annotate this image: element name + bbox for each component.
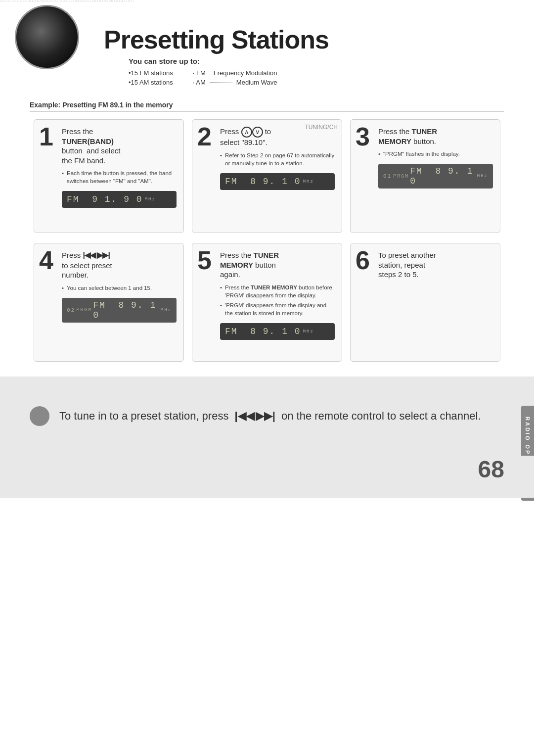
step-4-content: Press |◀◀ ▶▶| to select preset number. Y… xyxy=(62,250,177,323)
step-5-box: 5 Press the TUNERMEMORY button again. Pr… xyxy=(192,243,342,362)
step-5-display-wrapper: FM 8 9. 1 0 MHz xyxy=(220,323,335,340)
step-3-note: "PRGM" flashes in the display. xyxy=(378,150,493,158)
step-5-note: Press the TUNER MEMORY button before 'PR… xyxy=(220,284,335,299)
step-4-number: 4 xyxy=(39,247,53,273)
step-2-content: Press ∧∨ to select "89.10". Refer to Ste… xyxy=(220,127,335,190)
step-2-top-label: TUNING/CH xyxy=(305,124,338,131)
note-text-before: To tune in to a preset station, press xyxy=(59,410,228,422)
bullet-list: •15 FM stations •15 AM stations · FM Fre… xyxy=(129,69,504,86)
skip-next-icon: ▶▶| xyxy=(256,409,275,424)
step-4-display-wrapper: 02 PRGM FM 8 9. 1 0 MHz xyxy=(62,298,177,323)
step-4-box: 4 Press |◀◀ ▶▶| to select preset number.… xyxy=(34,243,184,362)
step-3-display-wrapper: 01 PRGM FM 8 9. 1 0 MHz xyxy=(378,164,493,189)
step-5-number: 5 xyxy=(197,247,212,273)
step-1-display: FM 9 1. 9 0 MHz xyxy=(62,191,177,208)
step-6-title: To preset another station, repeat steps … xyxy=(378,250,493,280)
note-bubble-icon xyxy=(30,406,49,426)
page-number-area: 68 xyxy=(0,456,534,498)
step-2-number: 2 xyxy=(197,124,212,149)
step-1-box: 1 Press the TUNER(BAND) button and selec… xyxy=(34,119,184,233)
dots-line-am xyxy=(210,82,232,83)
step-2-note: Refer to Step 2 on page 67 to automatica… xyxy=(220,151,335,167)
step-5-title: Press the TUNERMEMORY button again. xyxy=(220,250,335,280)
stations-col: •15 FM stations •15 AM stations xyxy=(129,69,173,86)
am-desc: Medium Wave xyxy=(236,79,277,86)
step-4-title: Press |◀◀ ▶▶| to select preset number. xyxy=(62,250,177,280)
step-4-display: 02 PRGM FM 8 9. 1 0 MHz xyxy=(62,298,177,323)
skip-prev-icon: |◀◀ xyxy=(235,409,255,424)
step-3-number: 3 xyxy=(356,124,370,149)
fm-row: · FM Frequency Modulation xyxy=(193,69,277,77)
step-1-content: Press the TUNER(BAND) button and select … xyxy=(62,127,177,208)
step-6-number: 6 xyxy=(356,247,370,273)
step-5-display: FM 8 9. 1 0 MHz xyxy=(220,323,335,340)
example-label: Example: Presetting FM 89.1 in the memor… xyxy=(30,101,504,112)
step-3-box: 3 Press the TUNERMEMORY button. "PRGM" f… xyxy=(350,119,500,233)
fm-am-col: · FM Frequency Modulation · AM Medium Wa… xyxy=(193,69,277,86)
step-1-display-wrapper: FM 9 1. 9 0 MHz xyxy=(62,191,177,208)
am-stations: •15 AM stations xyxy=(129,79,173,86)
header: 0101011010010100101101010100101011010100… xyxy=(0,0,534,96)
bullet-2: •15 AM stations xyxy=(129,79,173,86)
bottom-note-section: To tune in to a preset station, press |◀… xyxy=(0,377,534,456)
step-2-display: FM 8 9. 1 0 MHz xyxy=(220,173,335,190)
step-6-content: To preset another station, repeat steps … xyxy=(378,250,493,280)
bottom-note-text: To tune in to a preset station, press |◀… xyxy=(59,409,481,424)
step-5-content: Press the TUNERMEMORY button again. Pres… xyxy=(220,250,335,340)
step-4-note: You can select between 1 and 15. xyxy=(62,284,177,292)
fm-stations: •15 FM stations xyxy=(129,69,173,77)
step-6-box: 6 To preset another station, repeat step… xyxy=(350,243,500,362)
fm-label: · FM xyxy=(193,69,206,77)
am-row: · AM Medium Wave xyxy=(193,79,277,86)
note-text-after: on the remote control to select a channe… xyxy=(281,410,481,422)
step-1-number: 1 xyxy=(39,124,53,149)
speaker-icon xyxy=(15,5,79,69)
step-1-title: Press the TUNER(BAND) button and select … xyxy=(62,127,177,165)
steps-row-2: 4 Press |◀◀ ▶▶| to select preset number.… xyxy=(20,243,514,362)
step-2-box: 2 TUNING/CH Press ∧∨ to select "89.10". … xyxy=(192,119,342,233)
step-5-note2: 'PRGM' disappears from the display and t… xyxy=(220,301,335,317)
step-3-display: 01 PRGM FM 8 9. 1 0 MHz xyxy=(378,164,493,189)
subtitle: You can store up to: xyxy=(129,57,504,65)
page-number: 68 xyxy=(478,456,504,483)
am-label: · AM xyxy=(193,79,206,86)
page-title: Presetting Stations xyxy=(104,15,504,54)
step-2-display-wrapper: FM 8 9. 1 0 MHz xyxy=(220,173,335,190)
step-3-title: Press the TUNERMEMORY button. xyxy=(378,127,493,146)
fm-desc: Frequency Modulation xyxy=(214,69,277,77)
step-3-content: Press the TUNERMEMORY button. "PRGM" fla… xyxy=(378,127,493,189)
steps-row-1: 1 Press the TUNER(BAND) button and selec… xyxy=(20,119,514,233)
step-1-note: Each time the button is pressed, the ban… xyxy=(62,169,177,185)
bullet-1: •15 FM stations xyxy=(129,69,173,77)
nav-buttons-icon: |◀◀ ▶▶| xyxy=(235,409,275,424)
